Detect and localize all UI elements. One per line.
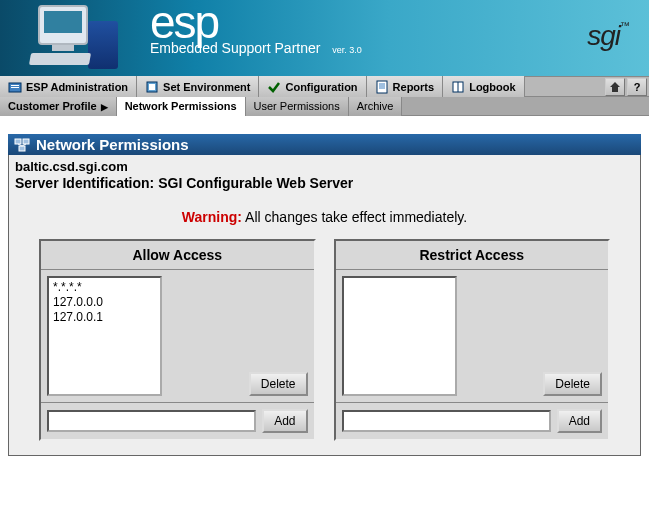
- allow-access-title: Allow Access: [41, 241, 314, 270]
- nav-set-environment[interactable]: Set Environment: [137, 76, 259, 97]
- tab-label: Network Permissions: [125, 100, 237, 112]
- tab-label: User Permissions: [254, 100, 340, 112]
- allow-delete-button[interactable]: Delete: [249, 372, 308, 396]
- nav-label: ESP Administration: [26, 81, 128, 93]
- svg-rect-4: [149, 84, 155, 90]
- tab-label: Customer Profile: [8, 100, 97, 112]
- nav-label: Set Environment: [163, 81, 250, 93]
- restrict-listbox[interactable]: [342, 276, 457, 396]
- help-button[interactable]: ?: [627, 78, 647, 96]
- nav-configuration[interactable]: Configuration: [259, 76, 366, 97]
- nav-primary: ESP Administration Set Environment Confi…: [0, 76, 649, 97]
- computer-graphic: [10, 3, 140, 73]
- check-icon: [267, 80, 281, 94]
- allow-add-input[interactable]: [47, 410, 256, 432]
- list-item[interactable]: *.*.*.*: [51, 280, 158, 295]
- tab-network-permissions[interactable]: Network Permissions: [117, 97, 246, 116]
- logbook-icon: [451, 80, 465, 94]
- warning-label: Warning:: [182, 209, 242, 225]
- allow-listbox[interactable]: *.*.*.*127.0.0.0127.0.0.1: [47, 276, 162, 396]
- tab-archive[interactable]: Archive: [349, 97, 403, 116]
- server-identification: Server Identification: SGI Configurable …: [15, 175, 634, 191]
- vendor-logo: sgi™: [587, 20, 629, 52]
- nav-secondary: Customer Profile▶ Network Permissions Us…: [0, 97, 649, 116]
- tab-user-permissions[interactable]: User Permissions: [246, 97, 349, 116]
- question-icon: ?: [634, 81, 641, 93]
- content: Network Permissions baltic.csd.sgi.com S…: [0, 116, 649, 466]
- nav-logbook[interactable]: Logbook: [443, 76, 524, 97]
- home-icon: [609, 81, 621, 93]
- panel-title-bar: Network Permissions: [8, 134, 641, 155]
- panel-title: Network Permissions: [36, 136, 189, 153]
- header-banner: esp Embedded Support Partner ver. 3.0 sg…: [0, 0, 649, 76]
- svg-rect-12: [23, 139, 29, 144]
- svg-rect-5: [377, 81, 387, 93]
- restrict-access-title: Restrict Access: [336, 241, 609, 270]
- svg-rect-13: [19, 146, 25, 151]
- tab-label: Archive: [357, 100, 394, 112]
- panel-body: baltic.csd.sgi.com Server Identification…: [8, 155, 641, 456]
- server-hostname: baltic.csd.sgi.com: [15, 159, 634, 174]
- nav-label: Logbook: [469, 81, 515, 93]
- restrict-delete-button[interactable]: Delete: [543, 372, 602, 396]
- allow-add-button[interactable]: Add: [262, 409, 307, 433]
- list-item[interactable]: 127.0.0.1: [51, 310, 158, 325]
- product-subtitle: Embedded Support Partner ver. 3.0: [150, 40, 362, 56]
- access-row: Allow Access *.*.*.*127.0.0.0127.0.0.1 D…: [15, 239, 634, 441]
- allow-access-box: Allow Access *.*.*.*127.0.0.0127.0.0.1 D…: [39, 239, 316, 441]
- nav-esp-administration[interactable]: ESP Administration: [0, 76, 137, 97]
- tab-customer-profile[interactable]: Customer Profile▶: [0, 97, 117, 116]
- list-item[interactable]: 127.0.0.0: [51, 295, 158, 310]
- svg-rect-11: [15, 139, 21, 144]
- product-name: esp: [150, 2, 362, 42]
- restrict-access-box: Restrict Access Delete Add: [334, 239, 611, 441]
- svg-rect-1: [11, 85, 19, 86]
- admin-icon: [8, 80, 22, 94]
- home-button[interactable]: [605, 78, 625, 96]
- network-icon: [14, 138, 30, 152]
- nav-label: Configuration: [285, 81, 357, 93]
- chevron-right-icon: ▶: [101, 98, 108, 117]
- restrict-add-input[interactable]: [342, 410, 551, 432]
- environment-icon: [145, 80, 159, 94]
- nav-reports[interactable]: Reports: [367, 76, 444, 97]
- restrict-add-button[interactable]: Add: [557, 409, 602, 433]
- product-version: ver. 3.0: [332, 45, 362, 55]
- svg-rect-2: [11, 87, 19, 88]
- reports-icon: [375, 80, 389, 94]
- nav-label: Reports: [393, 81, 435, 93]
- warning-text: All changes take effect immediately.: [245, 209, 467, 225]
- product-title-block: esp Embedded Support Partner ver. 3.0: [150, 2, 362, 56]
- warning-line: Warning: All changes take effect immedia…: [15, 209, 634, 225]
